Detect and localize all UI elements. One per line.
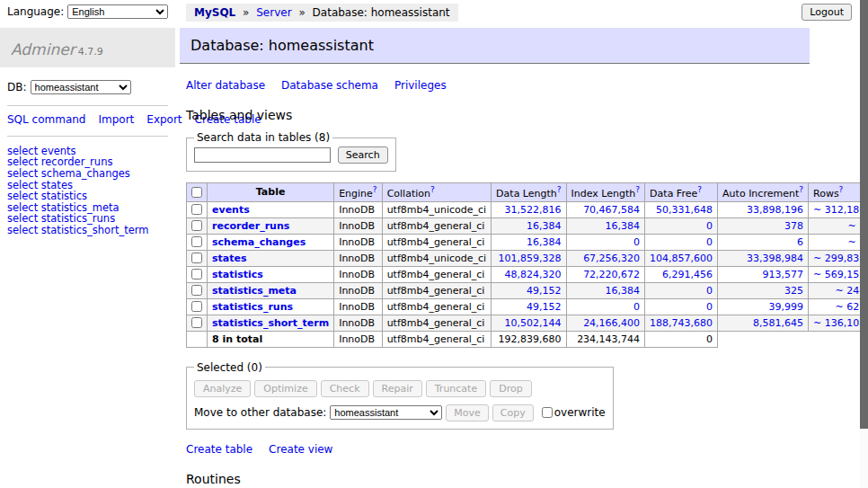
row-checkbox[interactable] bbox=[191, 253, 202, 263]
link-database-schema[interactable]: Database schema bbox=[281, 79, 378, 92]
table-link-statistics[interactable]: statistics bbox=[212, 269, 263, 280]
total-data-length: 192,839,680 bbox=[492, 331, 566, 347]
cell-auto-increment[interactable]: 6 bbox=[718, 234, 809, 250]
cell-data-length[interactable]: 10,502,144 bbox=[492, 315, 566, 331]
row-checkbox[interactable] bbox=[191, 236, 202, 247]
cell-auto-increment[interactable]: 378 bbox=[718, 217, 809, 234]
link-alter-database[interactable]: Alter database bbox=[186, 79, 265, 92]
table-link-statistics-runs[interactable]: statistics_runs bbox=[212, 301, 293, 313]
cell-data-free[interactable]: 0 bbox=[645, 282, 718, 298]
analyze-button[interactable]: Analyze bbox=[194, 380, 251, 397]
cell-table-name: schema_changes bbox=[208, 234, 334, 250]
help-link[interactable]: ? bbox=[373, 185, 377, 194]
link-privileges[interactable]: Privileges bbox=[394, 79, 447, 92]
scrollbar-track[interactable] bbox=[860, 0, 868, 488]
move-button[interactable]: Move bbox=[446, 404, 489, 421]
cell-data-length[interactable]: 16,384 bbox=[492, 217, 566, 234]
cell-data-length[interactable]: 16,384 bbox=[492, 234, 566, 250]
drop-button[interactable]: Drop bbox=[490, 380, 531, 397]
cell-auto-increment[interactable]: 33,898,196 bbox=[718, 201, 809, 217]
move-label: Move to other database: bbox=[194, 406, 326, 419]
scrollbar-thumb[interactable] bbox=[860, 0, 868, 429]
repair-button[interactable]: Repair bbox=[373, 380, 422, 397]
help-link[interactable]: ? bbox=[839, 185, 844, 194]
row-check-cell bbox=[187, 298, 208, 315]
row-checkbox[interactable] bbox=[191, 317, 202, 328]
column-header-data-free: Data Free? bbox=[645, 183, 718, 202]
search-input[interactable] bbox=[194, 147, 331, 163]
cell-index-length[interactable]: 16,384 bbox=[566, 282, 645, 298]
cell-auto-increment[interactable]: 39,999 bbox=[718, 298, 809, 315]
help-link[interactable]: ? bbox=[430, 185, 435, 194]
table-link-statistics-short-term[interactable]: statistics_short_term bbox=[212, 317, 329, 329]
link-create-table[interactable]: Create table bbox=[186, 443, 252, 456]
cell-auto-increment[interactable]: 33,398,984 bbox=[718, 250, 809, 266]
cell-index-length[interactable]: 16,384 bbox=[566, 217, 645, 234]
logout-button[interactable]: Logout bbox=[802, 4, 852, 21]
column-header-label: Collation bbox=[387, 188, 430, 200]
cell-auto-increment[interactable]: 913,577 bbox=[718, 266, 809, 282]
total-engine: InnoDB bbox=[334, 331, 382, 347]
cell-index-length[interactable]: 0 bbox=[566, 298, 645, 315]
row-checkbox[interactable] bbox=[191, 220, 202, 231]
help-link[interactable]: ? bbox=[697, 185, 702, 194]
table-link-recorder-runs[interactable]: recorder_runs bbox=[212, 220, 289, 232]
cell-data-free[interactable]: 6,291,456 bbox=[645, 266, 718, 282]
cell-data-length[interactable]: 48,824,320 bbox=[492, 266, 566, 282]
column-header-engine: Engine? bbox=[334, 183, 382, 202]
row-checkbox[interactable] bbox=[191, 301, 202, 312]
sidebar-action-sql-command[interactable]: SQL command bbox=[7, 113, 85, 126]
table-row-statistics-short-term: statistics_short_termInnoDButf8mb4_gener… bbox=[187, 315, 868, 331]
check-all-checkbox[interactable] bbox=[191, 187, 202, 198]
column-header-label: Rows bbox=[813, 188, 839, 200]
overwrite-label: overwrite bbox=[554, 406, 606, 419]
table-link-schema-changes[interactable]: schema_changes bbox=[212, 236, 306, 248]
cell-data-free[interactable]: 0 bbox=[645, 234, 718, 250]
language-select[interactable]: English bbox=[67, 4, 168, 19]
optimize-button[interactable]: Optimize bbox=[254, 380, 316, 397]
sidebar-select-schema-changes[interactable]: select schema_changes bbox=[7, 168, 168, 180]
help-link[interactable]: ? bbox=[799, 185, 803, 194]
row-checkbox[interactable] bbox=[191, 269, 202, 279]
sidebar-select-recorder-runs[interactable]: select recorder_runs bbox=[7, 156, 168, 168]
cell-collation: utf8mb4_unicode_ci bbox=[382, 250, 491, 266]
search-button[interactable]: Search bbox=[338, 146, 388, 164]
cell-auto-increment[interactable]: 325 bbox=[718, 282, 809, 298]
cell-data-length[interactable]: 49,152 bbox=[492, 298, 566, 315]
sidebar-action-export[interactable]: Export bbox=[146, 113, 182, 126]
row-checkbox[interactable] bbox=[191, 204, 202, 215]
cell-auto-increment[interactable]: 8,581,645 bbox=[718, 315, 809, 331]
row-checkbox[interactable] bbox=[191, 285, 202, 296]
cell-data-free[interactable]: 0 bbox=[645, 298, 718, 315]
link-create-view[interactable]: Create view bbox=[269, 443, 332, 456]
cell-index-length[interactable]: 70,467,584 bbox=[566, 201, 645, 217]
cell-data-free[interactable]: 0 bbox=[645, 217, 718, 234]
sidebar-select-statistics-short-term[interactable]: select statistics_short_term bbox=[7, 225, 168, 236]
check-button[interactable]: Check bbox=[321, 380, 369, 397]
copy-button[interactable]: Copy bbox=[492, 404, 534, 421]
selected-legend: Selected (0) bbox=[194, 361, 265, 374]
help-link[interactable]: ? bbox=[635, 185, 640, 194]
overwrite-checkbox[interactable] bbox=[542, 407, 553, 418]
cell-data-free[interactable]: 104,857,600 bbox=[645, 250, 718, 266]
cell-data-length[interactable]: 49,152 bbox=[492, 282, 566, 298]
breadcrumb-link-server[interactable]: Server bbox=[256, 6, 291, 19]
cell-index-length[interactable]: 67,256,320 bbox=[566, 250, 645, 266]
sidebar-select-statistics[interactable]: select statistics bbox=[7, 191, 168, 202]
cell-index-length[interactable]: 24,166,400 bbox=[566, 315, 645, 331]
cell-data-free[interactable]: 188,743,680 bbox=[645, 315, 718, 331]
breadcrumb-link-mysql[interactable]: MySQL bbox=[194, 6, 235, 19]
cell-data-length[interactable]: 31,522,816 bbox=[492, 201, 566, 217]
table-link-events[interactable]: events bbox=[212, 204, 250, 216]
move-database-select[interactable]: homeassistant bbox=[330, 405, 442, 420]
table-link-statistics-meta[interactable]: statistics_meta bbox=[212, 285, 297, 297]
help-link[interactable]: ? bbox=[557, 185, 562, 194]
cell-index-length[interactable]: 72,220,672 bbox=[566, 266, 645, 282]
truncate-button[interactable]: Truncate bbox=[426, 380, 486, 397]
cell-data-length[interactable]: 101,859,328 bbox=[492, 250, 566, 266]
sidebar-action-import[interactable]: Import bbox=[98, 113, 134, 126]
db-select[interactable]: homeassistant bbox=[31, 80, 131, 94]
cell-data-free[interactable]: 50,331,648 bbox=[645, 201, 718, 217]
cell-index-length[interactable]: 0 bbox=[566, 234, 645, 250]
table-link-states[interactable]: states bbox=[212, 253, 247, 264]
